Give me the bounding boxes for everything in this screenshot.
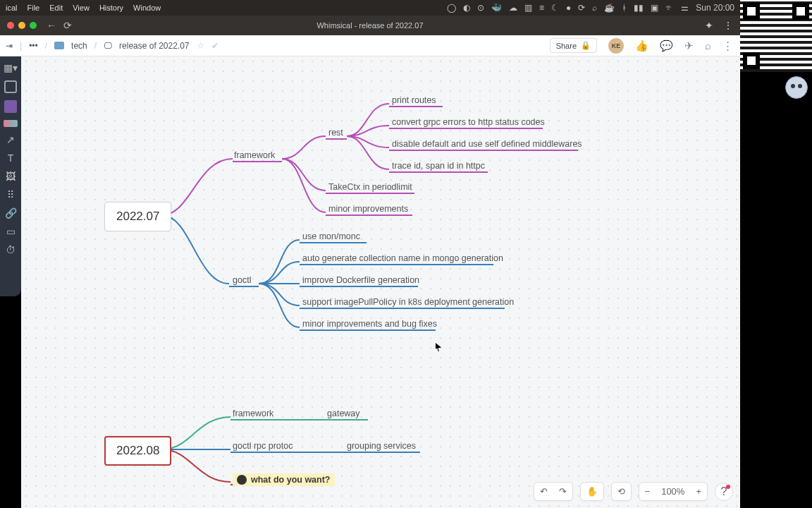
back-button[interactable]: ← [47, 20, 56, 31]
comments-icon[interactable]: 💬 [660, 40, 673, 52]
canvas[interactable]: 2022.07 framework rest print routes conv… [21, 56, 740, 508]
left-toolbar: ▦▾ ↗ T 🖼 ⠿ 🔗 ▭ ⏱ [0, 56, 21, 296]
node-gateway[interactable]: gateway [327, 409, 360, 418]
node-rest[interactable]: rest [328, 128, 343, 138]
image-tool-icon[interactable]: 🖼 [6, 171, 16, 182]
node-goctl-leaf-4[interactable]: minor improvements and bug fixes [302, 319, 437, 329]
bluetooth-icon[interactable]: ᚼ [622, 3, 627, 13]
node-what-do-you-want[interactable]: what do you want? [233, 473, 335, 486]
node-rest-leaf-3[interactable]: trace id, span id in httpc [392, 161, 485, 171]
text-tool-icon[interactable]: T [8, 152, 14, 164]
status-icon[interactable]: ⌕ [592, 3, 597, 13]
status-icon[interactable]: ◯ [447, 3, 456, 13]
undo-button[interactable]: ↶ [534, 483, 553, 500]
input-icon[interactable]: ▣ [651, 3, 658, 13]
app-topbar: ⇥ | ••• / tech / 🖵 release of 2022.07 ☆ … [0, 35, 740, 56]
menu-history[interactable]: History [99, 4, 123, 12]
folder-icon [54, 42, 64, 49]
thumbs-up-icon[interactable]: 👍 [635, 40, 648, 52]
sticky-note-tool-icon[interactable] [4, 100, 17, 113]
breadcrumb-doc[interactable]: release of 2022.07 [119, 41, 189, 51]
battery-icon[interactable]: ▮▮ [634, 3, 644, 13]
right-strip [740, 0, 812, 508]
board-picker-icon[interactable]: ▦▾ [4, 62, 18, 73]
app-name[interactable]: ical [6, 4, 18, 12]
menu-view[interactable]: View [73, 4, 90, 12]
canvas-controls: ↶ ↷ ✋ ⟲ − 100% + ? [534, 482, 733, 501]
breadcrumb-ellipsis[interactable]: ••• [29, 41, 38, 51]
window-controls[interactable] [0, 22, 37, 29]
node-goctl-leaf-0[interactable]: use mon/monc [302, 231, 360, 241]
zoom-group: − 100% + [639, 482, 708, 501]
minimize-window-icon[interactable] [18, 22, 25, 29]
status-icon[interactable]: ◐ [463, 3, 470, 13]
status-icon[interactable]: ☾ [551, 3, 559, 13]
node-goctl[interactable]: goctl [233, 275, 251, 285]
node-grouping[interactable]: grouping services [347, 441, 416, 451]
arrow-tool-icon[interactable]: ↗ [6, 134, 15, 145]
tab-title: Whimsical - release of 2022.07 [0, 21, 740, 30]
docker-icon[interactable]: 🐳 [491, 3, 502, 13]
clock[interactable]: Sun 20:00 [696, 3, 734, 13]
zoom-out-button[interactable]: − [639, 483, 656, 500]
node-framework-2[interactable]: framework [233, 409, 273, 418]
node-fw-other-1[interactable]: minor improvements [328, 204, 408, 214]
status-icon[interactable]: ⟳ [578, 3, 585, 13]
menu-edit[interactable]: Edit [49, 4, 63, 12]
extensions-icon[interactable]: ✦ [705, 20, 713, 31]
node-goctl-rpc[interactable]: goctl rpc protoc [233, 441, 293, 451]
frame-tool-icon[interactable] [4, 80, 17, 93]
node-fw-other-0[interactable]: TakeCtx in periodlimit [328, 182, 412, 192]
zoom-value[interactable]: 100% [656, 483, 690, 500]
redo-button[interactable]: ↷ [553, 483, 572, 500]
node-rest-leaf-1[interactable]: convert grpc errors to http status codes [392, 117, 545, 127]
mindmap-root-2022-07[interactable]: 2022.07 [104, 202, 171, 231]
grid-tool-icon[interactable]: ⠿ [7, 189, 14, 200]
node-goctl-leaf-2[interactable]: improve Dockerfile generation [302, 275, 419, 285]
sidebar-toggle-icon[interactable]: ⇥ [6, 41, 13, 51]
breadcrumb-folder[interactable]: tech [71, 41, 87, 51]
history-button[interactable]: ⟲ [612, 483, 631, 500]
status-icon[interactable]: ● [566, 3, 571, 13]
mindmap-tool-icon[interactable] [4, 120, 18, 127]
link-tool-icon[interactable]: 🔗 [5, 207, 17, 219]
node-framework[interactable]: framework [234, 150, 275, 160]
maximize-window-icon[interactable] [30, 22, 37, 29]
qr-code [740, 0, 812, 72]
close-window-icon[interactable] [7, 22, 14, 29]
zoom-in-button[interactable]: + [690, 483, 707, 500]
share-label: Share [556, 42, 577, 50]
avatar[interactable]: KE [608, 38, 624, 54]
control-center-icon[interactable]: ⚌ [681, 3, 689, 13]
timer-tool-icon[interactable]: ⏱ [6, 244, 16, 255]
hand-tool-button[interactable]: ✋ [581, 483, 603, 500]
status-icon[interactable]: ⊙ [477, 3, 484, 13]
node-goctl-leaf-3[interactable]: support imagePullPolicy in k8s deploymen… [302, 297, 514, 307]
node-goctl-leaf-1[interactable]: auto generate collection name in mongo g… [302, 253, 503, 263]
cloud-icon[interactable]: ☁ [509, 3, 517, 13]
menu-file[interactable]: File [27, 4, 40, 12]
send-icon[interactable]: ✈ [684, 40, 694, 52]
lock-icon: 🔒 [581, 41, 591, 50]
status-icon[interactable]: ☕ [604, 3, 615, 13]
browser-chrome: ← ⟳ Whimsical - release of 2022.07 ✦ ⋮ [0, 16, 740, 35]
menu-window[interactable]: Window [133, 4, 161, 12]
node-rest-leaf-2[interactable]: disable default and use self defined mid… [392, 139, 582, 149]
browser-menu-icon[interactable]: ⋮ [723, 20, 733, 31]
search-icon[interactable]: ⌕ [705, 40, 711, 52]
status-icon[interactable]: ▥ [524, 3, 532, 13]
wifi-icon[interactable]: ᯤ [665, 3, 674, 13]
mindmap-root-2022-08[interactable]: 2022.08 [104, 436, 171, 466]
status-icon[interactable]: ≡ [539, 3, 544, 13]
more-icon[interactable]: ⋮ [722, 40, 733, 52]
mouse-cursor-icon [436, 343, 441, 351]
node-rest-leaf-0[interactable]: print routes [392, 95, 436, 105]
reload-button[interactable]: ⟳ [63, 20, 72, 31]
approved-icon[interactable]: ✔ [211, 41, 219, 51]
help-button[interactable]: ? [715, 483, 733, 501]
share-button[interactable]: Share 🔒 [550, 38, 597, 53]
mindmap-icon: 🖵 [104, 41, 112, 51]
section-tool-icon[interactable]: ▭ [6, 226, 16, 237]
undo-redo-group: ↶ ↷ [534, 482, 573, 501]
favorite-icon[interactable]: ☆ [197, 41, 204, 51]
